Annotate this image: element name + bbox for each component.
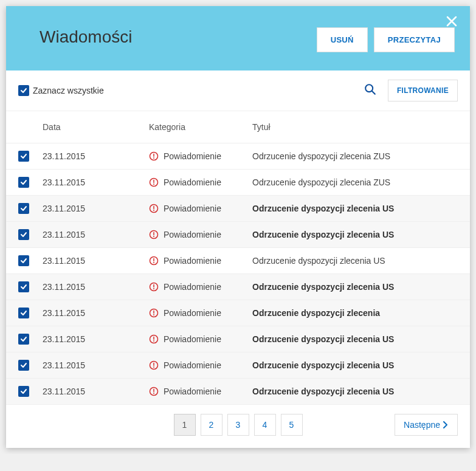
row-title: Odrzucenie dyspozycji zlecenia US [252, 204, 458, 213]
svg-point-22 [153, 314, 154, 315]
header-actions: USUŃ PRZECZYTAJ [317, 27, 455, 52]
alert-icon [149, 230, 159, 239]
row-checkbox[interactable] [18, 360, 43, 371]
row-checkbox[interactable] [18, 255, 43, 266]
row-title: Odrzucenie dyspozycji zlecenia [252, 308, 458, 318]
checkbox-icon [18, 151, 29, 162]
row-date: 23.11.2015 [43, 151, 149, 161]
table-row[interactable]: 23.11.2015PowiadomienieOdrzucenie dyspoz… [6, 274, 470, 300]
checkbox-icon [18, 386, 29, 397]
alert-icon [149, 256, 159, 266]
row-title: Odrzucenie dyspozycji zlecenia US [252, 282, 458, 292]
table-row[interactable]: 23.11.2015PowiadomienieOdrzucenie dyspoz… [6, 143, 470, 170]
table-row[interactable]: 23.11.2015PowiadomienieOdrzucenie dyspoz… [6, 379, 470, 405]
svg-point-25 [153, 340, 154, 342]
svg-point-7 [153, 184, 154, 185]
row-title: Odrzucenie dyspozycji zlecenia US [252, 387, 458, 396]
row-checkbox[interactable] [18, 308, 43, 318]
row-title: Odrzucenie dyspozycji zlecenia US [252, 334, 458, 344]
row-title: Odrzucenie dyspozycji zlecenia US [252, 256, 458, 266]
checkbox-icon [18, 334, 29, 345]
table-row[interactable]: 23.11.2015PowiadomienieOdrzucenie dyspoz… [6, 300, 470, 326]
row-checkbox[interactable] [18, 151, 43, 162]
page-buttons: 12345 [174, 414, 303, 436]
toolbar-right: FILTROWANIE [364, 80, 458, 101]
table-row[interactable]: 23.11.2015PowiadomienieOdrzucenie dyspoz… [6, 170, 470, 196]
checkbox-icon [18, 281, 29, 292]
row-checkbox[interactable] [18, 177, 43, 188]
read-button[interactable]: PRZECZYTAJ [374, 27, 455, 52]
row-category: Powiadomienie [149, 177, 252, 187]
checkbox-icon [18, 255, 29, 266]
messages-modal: Wiadomości USUŃ PRZECZYTAJ Zaznacz wszys… [6, 6, 470, 448]
row-title: Odrzucenie dyspozycji zlecenia ZUS [252, 151, 458, 161]
table-header: Data Kategoria Tytuł [6, 111, 470, 143]
pagination: 12345 Następne [6, 405, 470, 448]
row-checkbox[interactable] [18, 229, 43, 240]
row-category: Powiadomienie [149, 151, 252, 161]
checkbox-icon [18, 177, 29, 188]
alert-icon [149, 282, 159, 292]
select-all-checkbox[interactable]: Zaznacz wszystkie [18, 85, 104, 96]
page-button-2[interactable]: 2 [201, 414, 222, 436]
svg-point-10 [153, 210, 154, 211]
alert-icon [149, 177, 159, 187]
alert-icon [149, 308, 159, 318]
row-category: Powiadomienie [149, 387, 252, 396]
delete-button[interactable]: USUŃ [317, 27, 368, 52]
row-date: 23.11.2015 [43, 308, 149, 318]
alert-icon [149, 360, 159, 370]
search-icon[interactable] [364, 83, 377, 98]
table-row[interactable]: 23.11.2015PowiadomienieOdrzucenie dyspoz… [6, 222, 470, 248]
row-title: Odrzucenie dyspozycji zlecenia ZUS [252, 177, 458, 187]
row-checkbox[interactable] [18, 386, 43, 397]
svg-point-4 [153, 157, 154, 159]
table-row[interactable]: 23.11.2015PowiadomienieOdrzucenie dyspoz… [6, 248, 470, 274]
row-date: 23.11.2015 [43, 282, 149, 292]
next-page-button[interactable]: Następne [395, 414, 458, 436]
row-title: Odrzucenie dyspozycji zlecenia US [252, 360, 458, 370]
svg-point-13 [153, 236, 154, 237]
row-category: Powiadomienie [149, 204, 252, 213]
svg-point-16 [153, 262, 154, 263]
row-date: 23.11.2015 [43, 177, 149, 187]
row-checkbox[interactable] [18, 334, 43, 345]
row-category: Powiadomienie [149, 308, 252, 318]
modal-header: Wiadomości USUŃ PRZECZYTAJ [6, 6, 470, 70]
filter-button[interactable]: FILTROWANIE [388, 80, 458, 101]
table-row[interactable]: 23.11.2015PowiadomienieOdrzucenie dyspoz… [6, 352, 470, 379]
row-category: Powiadomienie [149, 282, 252, 292]
table-row[interactable]: 23.11.2015PowiadomienieOdrzucenie dyspoz… [6, 196, 470, 222]
row-category: Powiadomienie [149, 230, 252, 239]
toolbar: Zaznacz wszystkie FILTROWANIE [6, 70, 470, 111]
next-label: Następne [404, 420, 440, 430]
row-category: Powiadomienie [149, 256, 252, 266]
page-button-5[interactable]: 5 [281, 414, 303, 436]
close-icon[interactable] [446, 15, 458, 30]
row-checkbox[interactable] [18, 203, 43, 214]
alert-icon [149, 387, 159, 396]
col-check-header [18, 122, 43, 132]
table-row[interactable]: 23.11.2015PowiadomienieOdrzucenie dyspoz… [6, 326, 470, 352]
row-checkbox[interactable] [18, 281, 43, 292]
svg-point-28 [153, 366, 154, 368]
row-date: 23.11.2015 [43, 334, 149, 344]
row-date: 23.11.2015 [43, 387, 149, 396]
alert-icon [149, 334, 159, 344]
table-body: 23.11.2015PowiadomienieOdrzucenie dyspoz… [6, 143, 470, 405]
page-button-1[interactable]: 1 [174, 414, 196, 436]
row-date: 23.11.2015 [43, 230, 149, 239]
col-category-header: Kategoria [149, 122, 252, 132]
row-date: 23.11.2015 [43, 360, 149, 370]
svg-point-19 [153, 288, 154, 289]
page-button-3[interactable]: 3 [227, 414, 249, 436]
alert-icon [149, 204, 159, 213]
svg-line-1 [372, 91, 375, 94]
row-category: Powiadomienie [149, 334, 252, 344]
col-title-header: Tytuł [252, 122, 458, 132]
page-title: Wiadomości [40, 27, 132, 47]
chevron-right-icon [443, 421, 449, 428]
page-button-4[interactable]: 4 [254, 414, 276, 436]
svg-point-31 [153, 393, 154, 394]
select-all-label: Zaznacz wszystkie [33, 86, 104, 95]
